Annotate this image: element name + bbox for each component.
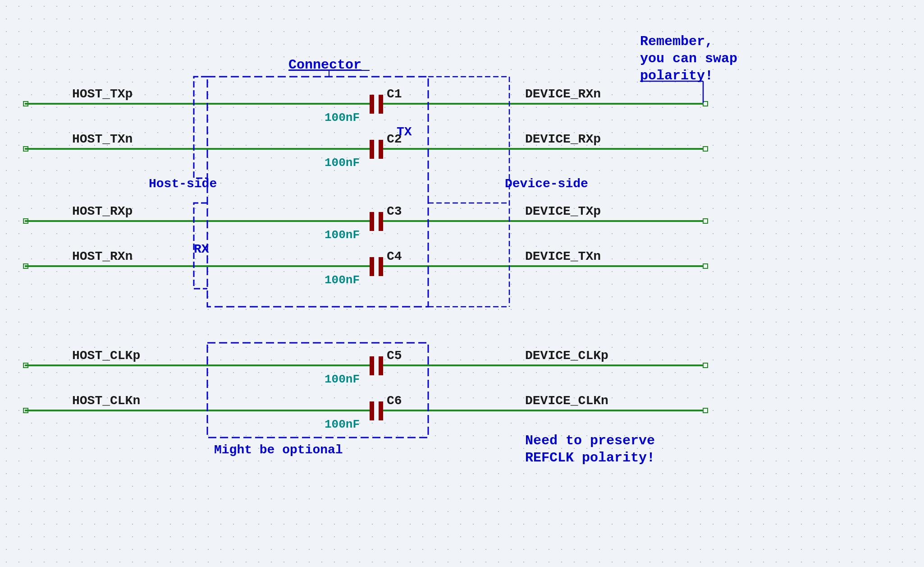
label-c4: C4 [387,249,402,263]
label-c2-value: 100nF [325,156,360,170]
svg-rect-31 [379,356,383,375]
label-host-rxn: HOST_RXn [72,249,133,263]
svg-rect-24 [379,257,383,276]
svg-rect-3 [379,95,383,114]
svg-rect-27 [703,264,708,268]
schematic-diagram: HOST_TXp 100nF C1 DEVICE_RXn HOST_TXn 10… [0,0,924,567]
label-c3: C3 [387,204,402,218]
svg-rect-9 [370,140,374,159]
svg-rect-39 [703,408,708,413]
label-tx: TX [397,125,412,139]
note-remember-line2: you can swap [640,51,737,66]
device-side-label: Device-side [505,177,588,191]
label-device-clkn: DEVICE_CLKn [525,394,608,408]
svg-rect-36 [370,401,374,420]
tx-bracket-left [194,77,207,178]
label-device-txn: DEVICE_TXn [525,249,601,263]
label-device-rxp: DEVICE_RXp [525,132,601,146]
host-side-label: Host-side [149,177,217,191]
label-c1-value: 100nF [325,111,360,124]
label-host-rxp: HOST_RXp [72,204,133,218]
label-c5: C5 [387,349,402,363]
svg-rect-37 [379,401,383,420]
note-remember-line1: Remember, [640,34,713,49]
might-be-optional-label: Might be optional [214,443,343,457]
svg-rect-33 [703,363,708,368]
note-refclk-line2: REFCLK polarity! [525,450,655,466]
svg-rect-2 [370,95,374,114]
svg-rect-17 [379,212,383,231]
label-c3-value: 100nF [325,228,360,242]
label-device-txp: DEVICE_TXp [525,204,601,218]
label-device-rxn: DEVICE_RXn [525,87,601,101]
svg-rect-16 [370,212,374,231]
label-c6: C6 [387,394,402,408]
label-c6-value: 100nF [325,418,360,431]
note-refclk-line1: Need to preserve [525,433,655,448]
label-c4-value: 100nF [325,273,360,287]
svg-rect-6 [703,101,708,106]
label-host-txp: HOST_TXp [72,87,133,101]
label-host-txn: HOST_TXn [72,132,133,146]
label-host-clkn: HOST_CLKn [72,394,140,408]
svg-rect-30 [370,356,374,375]
label-c1: C1 [387,87,402,101]
label-c5-value: 100nF [325,373,360,386]
svg-rect-20 [703,219,708,223]
svg-rect-13 [703,147,708,151]
svg-rect-10 [379,140,383,159]
label-host-clkp: HOST_CLKp [72,349,140,363]
svg-rect-23 [370,257,374,276]
label-device-clkp: DEVICE_CLKp [525,349,608,363]
connector-box [207,77,428,307]
